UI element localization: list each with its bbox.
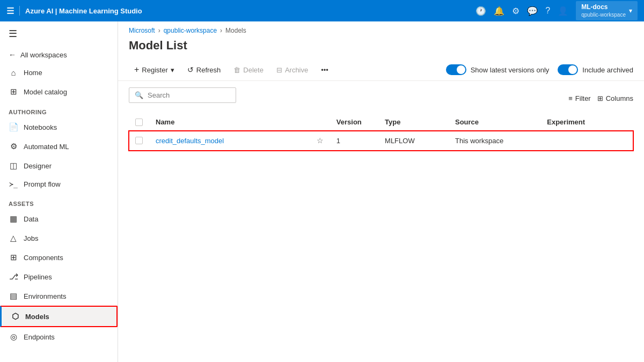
include-archived-knob xyxy=(568,65,577,74)
table-body: credit_defaults_model ☆ 1 MLFLOW This wo… xyxy=(129,131,633,151)
archive-button[interactable]: ⊟ Archive xyxy=(271,63,313,77)
toolbar-right: Show latest versions only Include archiv… xyxy=(446,64,633,75)
show-latest-label: Show latest versions only xyxy=(471,66,550,74)
row-type-0: MLFLOW xyxy=(378,131,449,151)
table-row: credit_defaults_model ☆ 1 MLFLOW This wo… xyxy=(129,131,633,151)
page-title: Model List xyxy=(118,36,644,59)
back-to-workspaces[interactable]: ← All workspaces xyxy=(0,46,118,63)
sidebar-environments-label: Environments xyxy=(24,292,66,300)
back-label: All workspaces xyxy=(20,51,67,59)
sidebar-jobs-label: Jobs xyxy=(24,234,38,242)
filter-button[interactable]: ≡ Filter xyxy=(568,94,590,102)
home-icon: ⌂ xyxy=(9,68,18,77)
assets-section-label: Assets xyxy=(0,193,118,209)
workspace-sub: qpublic-workspace xyxy=(581,11,626,18)
sidebar-item-designer[interactable]: ◫ Designer xyxy=(0,156,118,175)
row-checkbox-cell-0 xyxy=(129,131,149,151)
hamburger-icon[interactable]: ☰ xyxy=(6,6,14,16)
clock-icon[interactable]: 🕐 xyxy=(475,6,486,16)
sidebar-item-pipelines[interactable]: ⎇ Pipelines xyxy=(0,267,118,286)
content-area: Microsoft › qpublic-workspace › Models M… xyxy=(118,21,644,362)
sidebar-item-prompt-flow[interactable]: ≻_ Prompt flow xyxy=(0,175,118,193)
breadcrumb-sep-1: › xyxy=(158,27,160,34)
columns-label: Columns xyxy=(606,94,633,102)
star-icon-0[interactable]: ☆ xyxy=(317,136,324,145)
header-experiment: Experiment xyxy=(540,114,633,131)
topbar: ☰ Azure AI | Machine Learning Studio 🕐 🔔… xyxy=(0,0,644,21)
header-checkbox[interactable] xyxy=(135,119,143,126)
refresh-button[interactable]: ↺ Refresh xyxy=(182,63,226,77)
sidebar-item-jobs[interactable]: △ Jobs xyxy=(0,228,118,248)
sidebar-prompt-flow-label: Prompt flow xyxy=(24,180,61,188)
sidebar-automated-ml-label: Automated ML xyxy=(24,143,69,151)
designer-icon: ◫ xyxy=(9,161,18,171)
table-area: 🔍 ≡ Filter ⊞ Columns xyxy=(118,81,644,362)
row-version-0: 1 xyxy=(330,131,378,151)
model-catalog-icon: ⊞ xyxy=(9,87,18,97)
sidebar-item-endpoints[interactable]: ◎ Endpoints xyxy=(0,327,118,346)
endpoints-icon: ◎ xyxy=(9,332,18,342)
header-name: Name xyxy=(149,114,310,131)
register-chevron-icon: ▾ xyxy=(171,66,174,74)
table-header-row: Name Version Type Source Ex xyxy=(129,114,633,131)
search-bar[interactable]: 🔍 xyxy=(129,87,236,103)
model-link-0[interactable]: credit_defaults_model xyxy=(156,137,224,145)
search-input[interactable] xyxy=(148,91,230,99)
workspace-name: ML-docs xyxy=(581,3,626,12)
header-checkbox-cell xyxy=(129,114,149,131)
topbar-left: ☰ Azure AI | Machine Learning Studio xyxy=(6,6,142,16)
data-icon: ▦ xyxy=(9,214,18,224)
breadcrumb-microsoft[interactable]: Microsoft xyxy=(129,27,155,34)
more-button[interactable]: ••• xyxy=(316,63,334,77)
app-title: Azure AI | Machine Learning Studio xyxy=(25,7,142,15)
sidebar-item-models[interactable]: ⬡ Models xyxy=(0,306,118,327)
columns-button[interactable]: ⊞ Columns xyxy=(597,94,633,102)
sidebar-item-automated-ml[interactable]: ⚙ Automated ML xyxy=(0,137,118,156)
include-archived-toggle[interactable] xyxy=(558,64,578,75)
sidebar-item-model-catalog[interactable]: ⊞ Model catalog xyxy=(0,82,118,101)
notebooks-icon: 📄 xyxy=(9,122,18,132)
models-icon: ⬡ xyxy=(10,312,20,321)
refresh-label: Refresh xyxy=(196,66,221,74)
delete-button[interactable]: 🗑 Delete xyxy=(228,63,269,77)
sidebar-item-environments[interactable]: ▤ Environments xyxy=(0,286,118,306)
sidebar-model-catalog-label: Model catalog xyxy=(24,88,67,96)
delete-icon: 🗑 xyxy=(233,66,240,74)
sidebar-toggle-icon[interactable]: ☰ xyxy=(0,21,118,46)
row-star-0[interactable]: ☆ xyxy=(310,131,330,151)
environments-icon: ▤ xyxy=(9,291,18,301)
archive-icon: ⊟ xyxy=(276,66,282,74)
breadcrumb-current: Models xyxy=(225,27,246,34)
toggle-knob xyxy=(457,65,465,74)
filter-icon: ≡ xyxy=(568,94,573,102)
sidebar: ☰ ← All workspaces ⌂ Home ⊞ Model catalo… xyxy=(0,21,118,362)
topbar-right: 🕐 🔔 ⚙ 💬 ? 👤 ML-docs qpublic-workspace ▾ xyxy=(475,1,638,21)
show-latest-toggle-group: Show latest versions only xyxy=(446,64,550,75)
user-icon[interactable]: 👤 xyxy=(558,6,568,16)
include-archived-toggle-group: Include archived xyxy=(558,64,633,75)
show-latest-toggle[interactable] xyxy=(446,64,466,75)
header-source: Source xyxy=(449,114,540,131)
main-layout: ☰ ← All workspaces ⌂ Home ⊞ Model catalo… xyxy=(0,21,644,362)
sidebar-item-home[interactable]: ⌂ Home xyxy=(0,63,118,82)
sidebar-item-components[interactable]: ⊞ Components xyxy=(0,248,118,267)
sidebar-item-data[interactable]: ▦ Data xyxy=(0,209,118,228)
breadcrumb-sep-2: › xyxy=(220,27,222,34)
workspace-info[interactable]: ML-docs qpublic-workspace ▾ xyxy=(576,1,638,21)
help-icon[interactable]: ? xyxy=(545,6,550,16)
authoring-section-label: Authoring xyxy=(0,101,118,117)
jobs-icon: △ xyxy=(9,233,18,243)
breadcrumb-workspace[interactable]: qpublic-workspace xyxy=(164,27,217,34)
sidebar-components-label: Components xyxy=(24,254,63,262)
sidebar-item-notebooks[interactable]: 📄 Notebooks xyxy=(0,117,118,137)
header-type: Type xyxy=(378,114,449,131)
row-checkbox-0[interactable] xyxy=(135,137,143,144)
back-arrow-icon: ← xyxy=(9,50,16,59)
table-top-actions: 🔍 ≡ Filter ⊞ Columns xyxy=(129,87,633,109)
chat-icon[interactable]: 💬 xyxy=(527,6,538,16)
bell-icon[interactable]: 🔔 xyxy=(494,6,504,16)
register-button[interactable]: + Register ▾ xyxy=(129,62,180,77)
refresh-icon: ↺ xyxy=(187,65,194,74)
workspace-chevron-icon: ▾ xyxy=(629,7,632,14)
gear-icon[interactable]: ⚙ xyxy=(512,6,519,16)
